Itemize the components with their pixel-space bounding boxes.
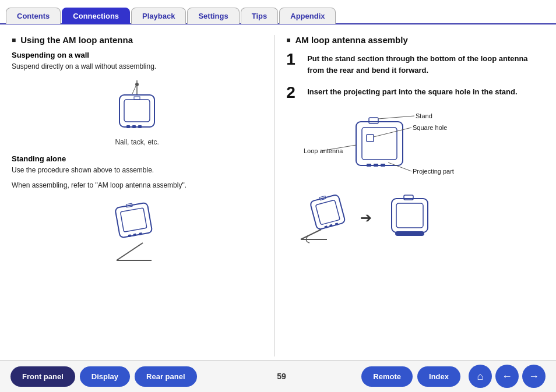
back-button[interactable]: ← [495,365,519,388]
svg-line-23 [374,128,411,137]
svg-rect-34 [310,194,346,229]
index-button[interactable]: Index [417,366,460,387]
step-2-text: Insert the projecting part into the squa… [307,84,517,98]
subsection-standing: Standing alone [12,154,262,163]
svg-line-32 [301,229,321,239]
svg-rect-7 [138,125,142,128]
tab-playback[interactable]: Playback [131,8,186,24]
remote-button[interactable]: Remote [361,366,413,387]
svg-rect-44 [400,231,403,234]
home-button[interactable]: ⌂ [469,365,492,388]
right-column: AM loop antenna assembly 1 Put the stand… [274,35,544,356]
right-section-title: AM loop antenna assembly [286,35,544,45]
subsection-wall: Suspending on a wall [12,51,262,59]
wall-antenna-diagram [102,77,172,136]
svg-rect-19 [369,118,378,123]
page-number: 59 [202,372,362,381]
svg-text:Projecting part: Projecting part [413,168,454,175]
svg-text:Square hole: Square hole [413,124,447,131]
assembly-arrow: ➔ [360,210,372,226]
assembly-labeled-svg: Stand Square hole Loop antenna Projectin… [304,110,478,186]
svg-rect-42 [396,203,423,228]
svg-rect-3 [124,100,150,122]
step-1-number: 1 [286,51,307,69]
svg-rect-30 [374,164,378,167]
step-2: 2 Insert the projecting part into the sq… [286,84,544,102]
svg-rect-5 [126,125,130,128]
svg-point-1 [135,83,139,86]
tab-connections[interactable]: Connections [62,8,130,24]
nail-label: Nail, tack, etc. [115,138,159,146]
svg-rect-29 [367,164,371,167]
standing-antenna-diagram [99,196,175,266]
tab-tips[interactable]: Tips [241,8,279,24]
svg-rect-38 [329,224,333,227]
svg-rect-39 [335,223,339,225]
step-2-number: 2 [286,84,307,102]
bottom-navigation: Front panel Display Rear panel 59 Remote… [0,360,556,392]
svg-rect-6 [132,125,136,128]
home-icon: ⌂ [477,370,484,383]
standing-text2: When assembling, refer to "AM loop anten… [12,180,262,190]
back-icon: ← [502,370,512,383]
display-button[interactable]: Display [80,366,130,387]
svg-text:Stand: Stand [416,112,432,119]
svg-line-8 [132,86,136,94]
left-section-title: Using the AM loop antenna [12,35,262,45]
standing-text1: Use the procedure shown above to assembl… [12,165,262,175]
svg-rect-45 [406,231,409,234]
forward-button[interactable]: → [522,365,546,388]
svg-line-9 [117,243,143,260]
svg-rect-35 [316,200,340,225]
front-panel-button[interactable]: Front panel [10,366,75,387]
rear-panel-button[interactable]: Rear panel [135,366,196,387]
standing-figure [12,196,262,266]
svg-line-27 [388,163,411,171]
svg-rect-46 [411,231,415,234]
after-assembly-svg [379,192,434,244]
step-1-text: Put the stand section through the bottom… [307,51,544,76]
svg-text:Loop antenna: Loop antenna [304,147,343,154]
steps-area: 1 Put the stand section through the bott… [286,51,544,102]
svg-rect-22 [367,135,374,142]
svg-rect-37 [324,225,328,228]
tab-contents[interactable]: Contents [6,8,61,24]
forward-icon: → [529,370,539,383]
tab-settings[interactable]: Settings [187,8,239,24]
svg-rect-12 [121,208,147,232]
assembly-diagram-labeled: Stand Square hole Loop antenna Projectin… [286,110,544,186]
tab-appendix[interactable]: Appendix [279,8,336,24]
svg-rect-11 [115,203,152,238]
before-assembly-svg [298,192,353,244]
wall-figure: Nail, tack, etc. [12,77,262,146]
step-1: 1 Put the stand section through the bott… [286,51,544,76]
svg-line-20 [378,116,414,119]
svg-rect-31 [381,164,385,167]
wall-text: Suspend directly on a wall without assem… [12,61,262,72]
navigation-tabs: Contents Connections Playback Settings T… [0,0,556,24]
left-column: Using the AM loop antenna Suspending on … [12,35,274,356]
content-area: Using the AM loop antenna Suspending on … [0,24,556,362]
assembly-step-figures: ➔ [298,192,544,244]
